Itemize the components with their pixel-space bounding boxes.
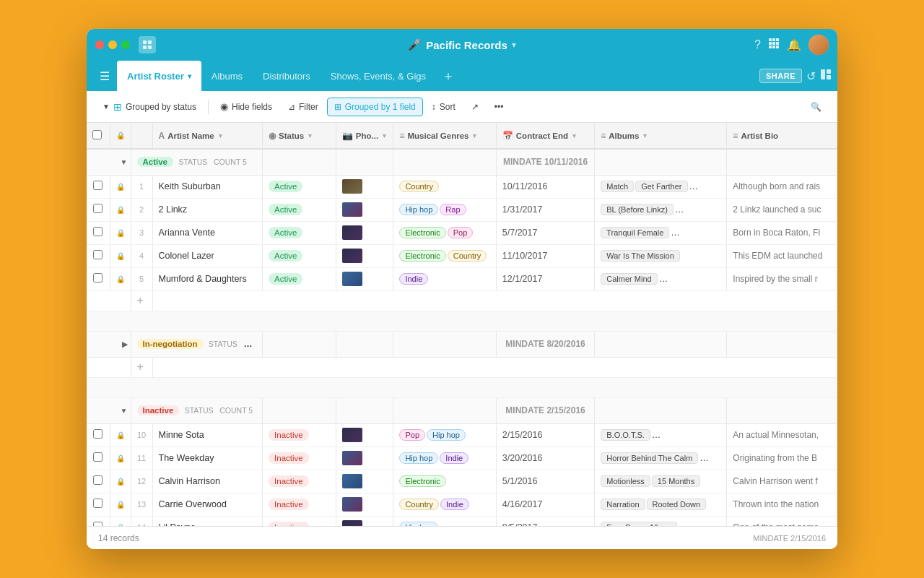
group-toggle-icon[interactable]: ▼ xyxy=(121,158,128,166)
group-by-status-btn[interactable]: ▼ ⊞ Grouped by status xyxy=(95,97,204,117)
apps-icon[interactable] xyxy=(768,38,780,52)
status-cell[interactable]: Active xyxy=(263,221,336,244)
table-row[interactable]: 🔒 1 Keith Suburban Active Country 10/11/… xyxy=(87,175,837,198)
hide-fields-btn[interactable]: ◉ Hide fields xyxy=(213,97,279,116)
table-row[interactable]: 🔒 11 The Weekday Inactive Hip hopIndie 3… xyxy=(87,447,837,470)
album-tag[interactable]: 15 Months xyxy=(652,475,700,487)
photo-caret-icon[interactable]: ▾ xyxy=(383,132,386,139)
sort-btn[interactable]: ↕ Sort xyxy=(424,98,463,116)
photo-cell[interactable] xyxy=(336,198,393,221)
artist-name-cell[interactable]: Keith Suburban xyxy=(152,175,263,198)
genre-tag[interactable]: Hip hop xyxy=(399,204,438,215)
table-row[interactable]: 🔒 2 2 Linkz Active Hip hopRap 1/31/2017 … xyxy=(87,198,837,221)
notifications-icon[interactable]: 🔔 xyxy=(787,38,801,52)
artist-name-cell[interactable]: Calvin Harrison xyxy=(152,470,263,493)
more-btn[interactable]: ••• xyxy=(487,98,511,116)
add-row-plus[interactable]: + xyxy=(131,290,152,311)
genre-tag[interactable]: Country xyxy=(448,250,487,262)
album-tag[interactable]: Horror Behind The Calm xyxy=(601,452,698,464)
artist-name-cell[interactable]: Carrie Overwood xyxy=(152,493,263,516)
status-cell[interactable]: Inactive xyxy=(263,470,336,493)
genre-tag[interactable]: Hip hop xyxy=(427,429,466,441)
status-cell[interactable]: Active xyxy=(263,175,336,198)
genre-tag[interactable]: Pop xyxy=(448,227,474,238)
table-row[interactable]: 🔒 4 Colonel Lazer Active ElectronicCount… xyxy=(87,244,837,267)
contract-caret-icon[interactable]: ▾ xyxy=(572,132,576,139)
artist-name-cell[interactable]: Lil Payne xyxy=(152,516,263,526)
status-cell[interactable]: Inactive xyxy=(263,447,336,470)
filter-btn[interactable]: ⊿ Filter xyxy=(281,98,326,116)
group-collapse-cell[interactable]: ▶ xyxy=(87,331,131,357)
table-row[interactable]: 🔒 5 Mumford & Daughters Active Indie 12/… xyxy=(87,267,837,290)
table-row[interactable]: 🔒 12 Calvin Harrison Inactive Electronic… xyxy=(87,470,837,493)
album-tag[interactable]: Get Farther xyxy=(635,181,687,192)
row-checkbox-cell[interactable] xyxy=(87,493,110,516)
photo-cell[interactable] xyxy=(336,423,393,447)
add-row-plus[interactable]: + xyxy=(131,357,152,377)
export-btn[interactable]: ↗ xyxy=(464,98,486,116)
albums-caret-icon[interactable]: ▾ xyxy=(643,132,647,139)
table-row[interactable]: 🔒 14 Lil Payne Inactive Hip hop 8/5/2017… xyxy=(87,516,837,526)
table-row[interactable]: 🔒 10 Minne Sota Inactive PopHip hop 2/15… xyxy=(87,423,837,447)
album-tag[interactable]: BL (Before Linkz) xyxy=(601,204,674,215)
status-cell[interactable]: Active xyxy=(263,198,336,221)
album-tag[interactable]: Narration xyxy=(601,499,645,510)
contract-header[interactable]: 📅 Contract End ▾ xyxy=(496,123,594,149)
checkbox-header[interactable] xyxy=(87,123,110,149)
albums-header[interactable]: ≡ Albums ▾ xyxy=(595,123,727,149)
status-cell[interactable]: Active xyxy=(263,267,336,290)
album-tag[interactable]: War Is The Mission xyxy=(601,250,680,262)
row-checkbox-cell[interactable] xyxy=(87,423,110,447)
add-row[interactable]: + xyxy=(87,357,837,377)
tab-shows[interactable]: Shows, Events, & Gigs xyxy=(321,61,436,91)
album-tag[interactable]: Calmer Mind xyxy=(601,273,657,285)
row-checkbox-cell[interactable] xyxy=(87,221,110,244)
photo-cell[interactable] xyxy=(336,267,393,290)
status-header[interactable]: ◉ Status ▾ xyxy=(263,123,336,149)
group-toggle-icon[interactable]: ▶ xyxy=(122,340,128,348)
genre-caret-icon[interactable]: ▾ xyxy=(473,132,476,139)
share-button[interactable]: SHARE xyxy=(759,69,802,83)
photo-cell[interactable] xyxy=(336,221,393,244)
album-tag[interactable]: B.O.O.T.S. xyxy=(601,429,650,441)
row-checkbox-cell[interactable] xyxy=(87,267,110,290)
row-checkbox-cell[interactable] xyxy=(87,244,110,267)
add-row[interactable]: + xyxy=(87,290,837,311)
album-tag[interactable]: Rooted Down xyxy=(647,499,707,510)
bio-header[interactable]: ≡ Artist Bio xyxy=(727,123,837,149)
genre-tag[interactable]: Country xyxy=(399,499,439,510)
genre-tag[interactable]: Hip hop xyxy=(399,452,438,464)
user-avatar[interactable] xyxy=(808,35,829,55)
layout-icon[interactable] xyxy=(820,69,832,83)
photo-cell[interactable] xyxy=(336,244,393,267)
artist-name-cell[interactable]: 2 Linkz xyxy=(152,198,263,221)
tab-artist-roster[interactable]: Artist Roster ▾ xyxy=(117,61,201,91)
artist-name-cell[interactable]: Colonel Lazer xyxy=(152,244,263,267)
tab-albums[interactable]: Albums xyxy=(201,61,253,91)
row-checkbox-cell[interactable] xyxy=(87,447,110,470)
artist-name-cell[interactable]: Arianna Vente xyxy=(152,221,263,244)
album-tag[interactable]: Match xyxy=(601,181,634,192)
col-caret-icon[interactable]: ▾ xyxy=(219,132,222,139)
tab-dropdown-icon[interactable]: ▾ xyxy=(188,72,191,80)
photo-cell[interactable] xyxy=(336,175,393,198)
status-cell[interactable]: Inactive xyxy=(263,423,336,447)
help-icon[interactable]: ? xyxy=(754,38,761,51)
status-cell[interactable]: Active xyxy=(263,244,336,267)
tab-distributors[interactable]: Distributors xyxy=(253,61,321,91)
search-btn[interactable]: 🔍 xyxy=(803,98,829,116)
table-row[interactable]: 🔒 3 Arianna Vente Active ElectronicPop 5… xyxy=(87,221,837,244)
genre-tag[interactable]: Electronic xyxy=(399,227,445,238)
status-cell[interactable]: Inactive xyxy=(263,493,336,516)
group-toggle-icon[interactable]: ▼ xyxy=(121,407,128,415)
genre-tag[interactable]: Rap xyxy=(440,204,466,215)
group-collapse-cell[interactable]: ▼ xyxy=(87,397,131,423)
refresh-icon[interactable]: ↺ xyxy=(806,69,816,83)
photo-cell[interactable] xyxy=(336,516,393,526)
photo-cell[interactable] xyxy=(336,447,393,470)
photo-header[interactable]: 📷 Pho... ▾ xyxy=(336,123,393,149)
row-checkbox-cell[interactable] xyxy=(87,516,110,526)
row-checkbox-cell[interactable] xyxy=(87,175,110,198)
row-checkbox-cell[interactable] xyxy=(87,470,110,493)
genre-tag[interactable]: Indie xyxy=(440,499,469,510)
